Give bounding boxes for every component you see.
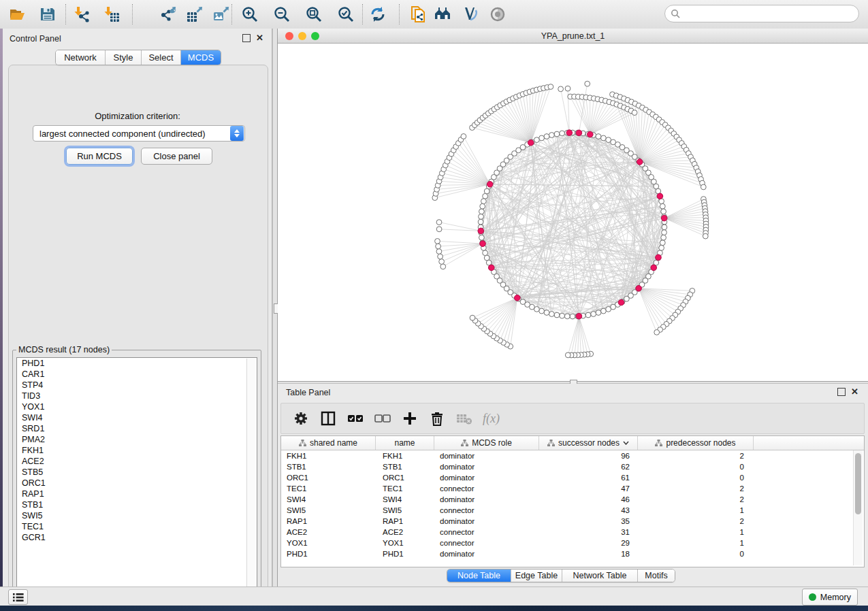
mcds-result-item[interactable]: TID3 <box>17 391 257 401</box>
tab-motifs[interactable]: Motifs <box>638 569 675 582</box>
table-row[interactable]: PHD1PHD1dominator180 <box>281 548 864 559</box>
close-panel-icon[interactable]: ✕ <box>851 389 858 395</box>
tab-node-table[interactable]: Node Table <box>447 569 511 582</box>
table-row[interactable]: TEC1TEC1connector472 <box>281 483 864 494</box>
table-row[interactable]: ORC1ORC1dominator610 <box>281 472 864 483</box>
table-row[interactable]: YOX1YOX1connector291 <box>281 538 864 548</box>
table-row[interactable]: SWI4SWI4dominator462 <box>281 494 864 505</box>
export-image-icon[interactable] <box>212 5 231 24</box>
select-all-checkboxes-icon[interactable] <box>347 410 364 427</box>
search-input[interactable] <box>684 8 858 19</box>
vertical-splitter[interactable] <box>272 29 278 587</box>
list-scrollbar[interactable] <box>246 359 256 595</box>
settings-gear-icon[interactable] <box>292 410 310 427</box>
mcds-result-item[interactable]: ORC1 <box>17 478 257 489</box>
zoom-out-icon[interactable] <box>272 5 291 24</box>
show-networks-home-icon[interactable] <box>434 5 453 24</box>
table-cell: SWI5 <box>281 506 376 514</box>
network-canvas[interactable] <box>278 44 868 381</box>
table-cell: STB1 <box>376 463 434 471</box>
mcds-result-item[interactable]: RAP1 <box>17 489 257 499</box>
toolbar-separator <box>231 4 232 24</box>
vizmapper-icon[interactable] <box>461 5 480 24</box>
network-graph[interactable] <box>278 44 868 381</box>
float-panel-icon[interactable] <box>837 388 846 396</box>
memory-status-icon <box>809 593 816 601</box>
table-row[interactable]: SWI5SWI5connector431 <box>281 505 864 516</box>
column-layout-icon[interactable] <box>319 410 337 427</box>
mcds-result-list[interactable]: PHD1CAR1STP4TID3YOX1SWI4SRD1PMA2FKH1ACE2… <box>16 357 257 596</box>
table-toolbar: f(x) <box>280 403 865 434</box>
open-session-file-icon[interactable] <box>408 5 428 24</box>
mcds-result-item[interactable]: TEC1 <box>17 521 257 532</box>
show-hide-panel-icon[interactable] <box>488 5 507 24</box>
table-scrollbar[interactable] <box>853 450 863 565</box>
mcds-result-item[interactable]: ACE2 <box>17 456 257 467</box>
column-header-predecessor-nodes[interactable]: predecessor nodes <box>638 436 754 450</box>
table-cell: SWI4 <box>376 495 434 503</box>
column-header-MCDS-role[interactable]: MCDS role <box>434 436 539 450</box>
zoom-selected-icon[interactable] <box>336 5 355 24</box>
table-cell: ACE2 <box>281 528 376 536</box>
column-header-name[interactable]: name <box>376 436 434 450</box>
control-panel-tabs: NetworkStyleSelectMCDS <box>55 50 221 65</box>
mcds-result-item[interactable]: SWI4 <box>17 412 257 423</box>
network-window-titlebar[interactable]: YPA_prune.txt_1 <box>278 29 868 44</box>
mcds-result-item[interactable]: FKH1 <box>17 445 257 456</box>
mcds-result-title: MCDS result (17 nodes) <box>16 345 112 354</box>
mcds-result-item[interactable]: SRD1 <box>17 423 257 434</box>
table-header-row: shared namenameMCDS rolesuccessor nodesp… <box>281 436 864 450</box>
mcds-result-item[interactable]: CAR1 <box>17 369 257 380</box>
import-network-icon[interactable] <box>72 5 91 24</box>
refresh-layout-icon[interactable] <box>368 5 387 24</box>
save-session-icon[interactable] <box>38 5 57 24</box>
add-column-icon[interactable] <box>401 410 419 427</box>
mcds-result-item[interactable]: STB1 <box>17 499 257 510</box>
tab-edge-table[interactable]: Edge Table <box>511 569 562 582</box>
open-file-icon[interactable] <box>8 5 27 24</box>
mcds-result-item[interactable]: PMA2 <box>17 434 257 445</box>
export-table-icon[interactable] <box>185 5 204 24</box>
criterion-dropdown[interactable]: largest connected component (undirected) <box>33 125 245 142</box>
float-panel-icon[interactable] <box>242 34 251 42</box>
table-row[interactable]: FKH1FKH1dominator962 <box>281 450 864 461</box>
column-header-shared-name[interactable]: shared name <box>281 436 376 450</box>
zoom-in-icon[interactable] <box>240 5 259 24</box>
import-table-icon[interactable] <box>102 5 121 24</box>
global-search[interactable] <box>664 5 859 22</box>
delete-column-trash-icon[interactable] <box>428 410 446 427</box>
mcds-result-item[interactable]: STB5 <box>17 467 257 478</box>
tab-select[interactable]: Select <box>142 50 181 65</box>
deselect-all-checkboxes-icon[interactable] <box>374 410 391 427</box>
zoom-fit-icon[interactable] <box>304 5 323 24</box>
scrollbar-thumb[interactable] <box>855 453 861 514</box>
mcds-result-item[interactable]: STP4 <box>17 380 257 391</box>
export-network-icon[interactable] <box>159 5 178 24</box>
tab-style[interactable]: Style <box>106 50 142 65</box>
table-body: FKH1FKH1dominator962STB1STB1dominator620… <box>281 450 864 559</box>
tab-mcds[interactable]: MCDS <box>181 50 221 65</box>
table-cell: 35 <box>539 517 638 525</box>
tab-network-table[interactable]: Network Table <box>562 569 638 582</box>
table-row[interactable]: RAP1RAP1dominator352 <box>281 516 864 527</box>
mcds-result-item[interactable]: SWI5 <box>17 510 257 521</box>
mcds-result-item[interactable]: YOX1 <box>17 401 257 412</box>
table-cell: 1 <box>638 506 754 514</box>
table-cell: FKH1 <box>281 452 376 460</box>
mcds-result-item[interactable]: PHD1 <box>17 358 257 369</box>
tab-network[interactable]: Network <box>56 50 106 65</box>
table-row[interactable]: ACE2ACE2connector311 <box>281 527 864 538</box>
memory-button[interactable]: Memory <box>802 589 858 606</box>
table-row[interactable]: STB1STB1dominator620 <box>281 461 864 472</box>
node-table[interactable]: shared namenameMCDS rolesuccessor nodesp… <box>280 435 865 567</box>
control-panel: Control Panel ✕ NetworkStyleSelectMCDS O… <box>3 29 272 587</box>
table-cell: dominator <box>434 550 539 558</box>
close-panel-icon[interactable]: ✕ <box>256 35 263 42</box>
table-cell: PHD1 <box>281 550 376 558</box>
run-mcds-button[interactable]: Run MCDS <box>66 148 133 165</box>
table-cell: 61 <box>539 474 638 482</box>
close-panel-button[interactable]: Close panel <box>141 148 212 165</box>
column-header-successor-nodes[interactable]: successor nodes <box>539 436 638 450</box>
mcds-result-item[interactable]: GCR1 <box>17 532 257 543</box>
task-history-button[interactable] <box>8 589 28 605</box>
